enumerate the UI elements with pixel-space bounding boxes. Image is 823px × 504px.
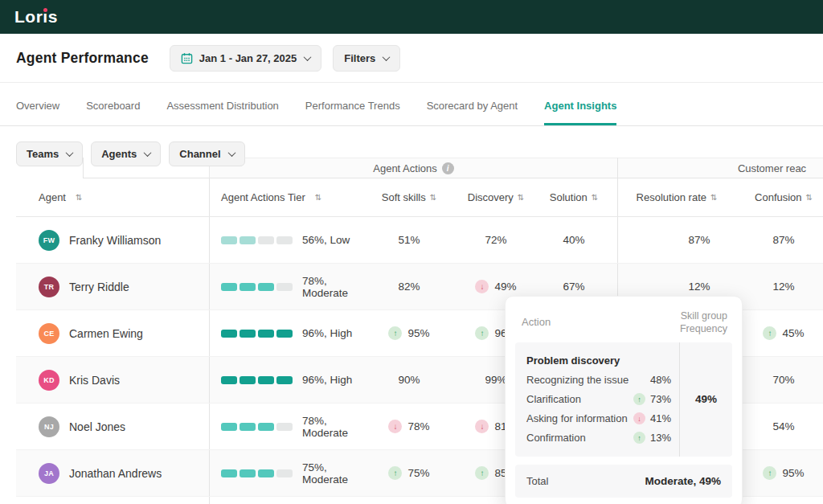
popover-action-value: ↑13% — [633, 432, 671, 444]
tier-segment — [258, 283, 274, 291]
trend-down-icon: ↓ — [475, 280, 489, 293]
date-range-label: Jan 1 - Jan 27, 2025 — [199, 52, 297, 64]
trend-down-icon: ↓ — [475, 420, 489, 433]
tier-meter — [221, 376, 293, 384]
metric-value: 49% — [494, 281, 516, 293]
tier-segment — [276, 283, 293, 291]
date-range-button[interactable]: Jan 1 - Jan 27, 2025 — [170, 45, 321, 72]
loris-logo: Lorıs — [14, 7, 58, 27]
soft-skills-cell — [360, 497, 450, 504]
trend-up-icon: ↑ — [763, 326, 776, 340]
tier-segment — [258, 376, 274, 384]
tier-segment — [258, 423, 274, 431]
sort-icon: ⇅ — [518, 193, 524, 202]
tier-segment — [240, 236, 256, 244]
column-header-confusion[interactable]: Confusion⇅ — [735, 178, 823, 216]
tier-meter — [221, 423, 293, 431]
trend-up-icon: ↑ — [475, 466, 489, 480]
tier-segment — [258, 330, 274, 338]
filter-chip-label: Teams — [27, 148, 59, 160]
skill-group-popover: Action Skill group Frequency Problem dis… — [505, 296, 743, 504]
popover-total-value: Moderate, 49% — [645, 475, 721, 487]
chevron-down-icon — [304, 53, 312, 61]
column-header-discovery[interactable]: Discovery⇅ — [450, 178, 530, 216]
filters-button[interactable]: Filters — [333, 45, 400, 72]
filter-chip-label: Channel — [179, 148, 220, 160]
agent-name: Kris Davis — [69, 374, 120, 387]
tier-segment — [276, 236, 293, 244]
metric-value: 54% — [772, 420, 794, 432]
tier-segment — [276, 376, 293, 384]
tab-assessment-distribution[interactable]: Assessment Distribution — [166, 100, 278, 125]
tier-segment — [276, 330, 293, 338]
chevron-down-icon — [383, 53, 391, 61]
tab-scoreboard[interactable]: Scoreboard — [86, 100, 140, 125]
column-header-resolution-rate[interactable]: Resolution rate⇅ — [617, 178, 735, 216]
metric-value: 95% — [782, 467, 804, 479]
column-header-soft-skills[interactable]: Soft skills⇅ — [360, 178, 450, 216]
tab-overview[interactable]: Overview — [16, 100, 59, 125]
resolution-rate-cell: 87% — [617, 217, 735, 263]
popover-action-label: Clarification — [526, 393, 581, 405]
tier-segment — [221, 376, 237, 384]
agent-name: Terry Riddle — [69, 281, 129, 293]
trend-up-icon: ↑ — [475, 326, 489, 340]
table-row[interactable]: FWFranky Williamson56%, Low51%72%40%87%8… — [16, 217, 823, 264]
tier-segment — [276, 469, 293, 477]
column-header-agent-actions-tier[interactable]: Agent Actions Tier⇅ — [209, 178, 360, 216]
popover-action-percent: 48% — [650, 374, 671, 386]
tier-cell — [209, 497, 360, 504]
tier-label: 78%, Moderate — [302, 415, 360, 439]
avatar: KD — [39, 370, 59, 391]
tier-segment — [240, 423, 256, 431]
metric-value: 78% — [407, 420, 429, 432]
popover-total-row: Total Moderate, 49% — [515, 465, 732, 498]
info-icon[interactable]: i — [442, 162, 454, 174]
agent-cell — [16, 497, 209, 504]
confusion-cell — [735, 497, 823, 504]
calendar-icon — [181, 52, 193, 64]
tier-label: 56%, Low — [302, 234, 350, 246]
tab-performance-trends[interactable]: Performance Trends — [305, 100, 400, 125]
customer-reactions-group-label: Customer reac — [738, 162, 806, 174]
loris-logo-text: Lorıs — [14, 7, 58, 26]
filter-chip-agents[interactable]: Agents — [91, 141, 161, 166]
sort-icon: ⇅ — [315, 193, 321, 202]
popover-action-value: ↓41% — [633, 412, 671, 424]
column-header-label: Solution — [550, 191, 588, 203]
filter-chip-teams[interactable]: Teams — [16, 141, 83, 166]
tier-meter — [221, 236, 293, 244]
avatar: CE — [39, 323, 59, 344]
metric-value: 70% — [772, 374, 794, 386]
tier-cell: 78%, Moderate — [209, 404, 360, 449]
table-header-row: Agent⇅Agent Actions Tier⇅Soft skills⇅Dis… — [16, 178, 823, 217]
tier-label: 75%, Moderate — [302, 461, 360, 486]
popover-skill-panel: Problem discovery Recognizing the issue4… — [515, 342, 732, 457]
column-header-solution[interactable]: Solution⇅ — [530, 178, 617, 216]
filters-label: Filters — [344, 52, 375, 64]
trend-up-icon: ↑ — [388, 466, 402, 480]
confusion-cell: 54% — [735, 404, 823, 449]
agent-cell: FWFranky Williamson — [16, 217, 209, 263]
avatar: NJ — [39, 416, 59, 437]
agent-cell: NJNoel Jones — [16, 404, 209, 449]
tab-bar: OverviewScoreboardAssessment Distributio… — [0, 83, 823, 126]
tier-cell: 56%, Low — [209, 217, 360, 263]
soft-skills-cell: ↓78% — [360, 404, 450, 449]
metric-value: 12% — [772, 281, 794, 293]
popover-action-percent: 13% — [650, 432, 671, 444]
popover-action-percent: 41% — [650, 412, 671, 424]
soft-skills-cell: 51% — [360, 217, 450, 263]
metric-value: 95% — [407, 327, 429, 339]
avatar: FW — [39, 230, 59, 251]
sort-icon: ⇅ — [430, 193, 436, 202]
metric-value: 67% — [563, 281, 584, 293]
column-header-agent[interactable]: Agent⇅ — [16, 178, 209, 216]
tab-agent-insights[interactable]: Agent Insights — [544, 100, 616, 125]
trend-up-icon: ↑ — [388, 326, 402, 340]
popover-group-frequency: 49% — [679, 342, 732, 457]
filter-chip-channel[interactable]: Channel — [169, 141, 244, 166]
tab-scorecard-by-agent[interactable]: Scorecard by Agent — [427, 100, 518, 125]
sort-icon: ⇅ — [592, 193, 598, 202]
trend-down-icon: ↓ — [388, 420, 402, 433]
